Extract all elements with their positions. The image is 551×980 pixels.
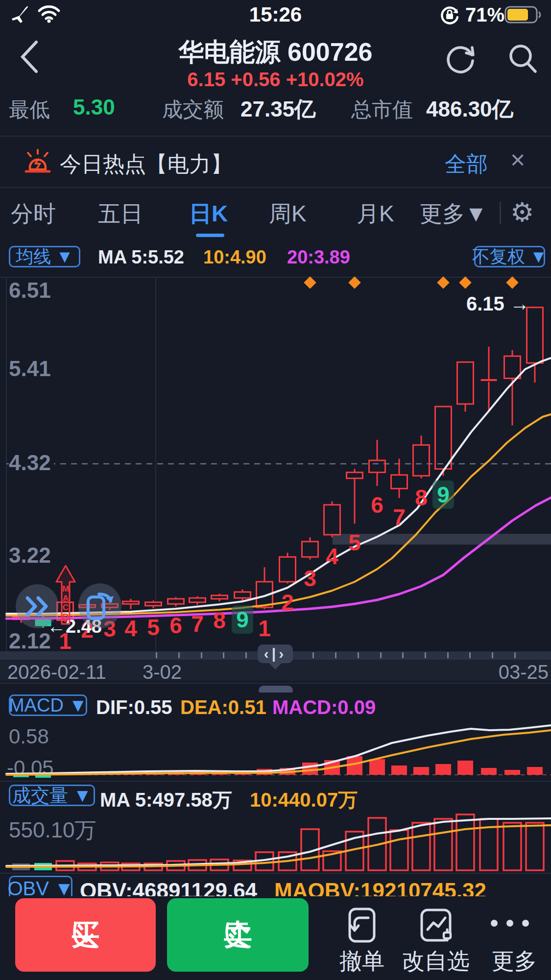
timeline-tick — [447, 652, 449, 658]
timeline-tick — [402, 652, 404, 658]
ma10-legend: 10:4.90 — [203, 247, 266, 268]
edit-watchlist-label[interactable]: 改自选 — [399, 946, 473, 977]
candle-body-up — [212, 596, 228, 599]
timeline-tick — [312, 652, 314, 658]
day-count: 6 — [165, 612, 187, 639]
rotate-screen-button[interactable] — [78, 583, 121, 628]
macd-bar — [435, 764, 451, 775]
candle-body-up — [435, 406, 452, 469]
timeline-tick — [201, 652, 202, 658]
y-axis-label: 5.41 — [9, 357, 54, 381]
macd-signal-flag[interactable]: MACD — [55, 564, 76, 626]
macd-bar — [457, 761, 473, 775]
low-label: 最低 — [9, 96, 50, 123]
macd-bar — [369, 759, 385, 775]
hot-topic-close-icon[interactable]: × — [510, 147, 525, 172]
day-count: 5 — [143, 614, 164, 641]
candle-body-up — [347, 472, 363, 478]
buy-arrow-icon — [71, 920, 101, 950]
tab-more[interactable]: 更多▼ — [420, 199, 487, 229]
double-chevron-icon — [24, 595, 50, 618]
y-axis-label: 6.51 — [9, 278, 54, 303]
expand-toolbar-button[interactable] — [16, 584, 59, 628]
edit-watchlist-icon[interactable] — [417, 906, 455, 944]
candle-body-up — [504, 356, 521, 378]
battery-percent: 71% — [465, 4, 504, 26]
buy-button[interactable]: 买 — [15, 898, 156, 972]
more-actions-label[interactable]: 更多 — [487, 946, 541, 977]
date-mid: 3-02 — [140, 661, 184, 683]
volume-bar-up — [434, 819, 452, 870]
hot-topic-all-link[interactable]: 全部 — [445, 150, 488, 179]
day-count-highlight: 9 — [432, 480, 454, 509]
tab-daily-k[interactable]: 日K — [189, 199, 228, 229]
candle-body-up — [235, 592, 251, 598]
day-count: 8 — [410, 484, 432, 511]
limit-up-diamond — [459, 276, 471, 288]
candle-body-up — [190, 598, 206, 602]
day-count-highlight: 9 — [232, 605, 253, 634]
sell-arrow-icon — [223, 920, 253, 950]
chart-settings-gear-icon[interactable]: ⚙ — [510, 197, 534, 228]
tab-minute[interactable]: 分时 — [11, 199, 56, 229]
timeline-tick — [469, 652, 471, 658]
macd-bar — [481, 768, 497, 775]
volume-bar-up — [456, 814, 474, 870]
candle-body-up — [369, 460, 385, 472]
timeline-tick — [492, 652, 493, 658]
limit-up-diamond — [348, 276, 360, 288]
date-end: 03-25 — [490, 661, 549, 683]
timeline-tick — [178, 652, 180, 658]
y-axis-label: 4.32 — [9, 451, 54, 475]
day-count: 6 — [366, 492, 388, 518]
timeline-tick — [358, 652, 359, 658]
day-count: 7 — [187, 611, 208, 637]
sell-button[interactable]: 卖 — [167, 898, 309, 972]
svg-text:MACD: MACD — [62, 584, 69, 621]
volume-bar-up — [526, 823, 544, 870]
siren-icon — [22, 146, 53, 177]
macd-bar — [413, 767, 429, 775]
candle-body-up — [123, 601, 139, 604]
volume-bar-up — [390, 830, 408, 870]
adjust-mode-button[interactable]: 不复权 ▼ — [474, 246, 545, 267]
mktcap-value: 486.30亿 — [426, 95, 514, 124]
candle-body-up — [168, 599, 184, 604]
limit-up-diamond — [304, 276, 316, 288]
day-count: 7 — [388, 504, 410, 530]
turnover-label: 成交额 — [162, 96, 224, 123]
macd-bar — [504, 770, 520, 775]
candle-body-up — [302, 542, 318, 557]
limit-up-diamond — [437, 276, 449, 288]
timeline-tick — [245, 652, 247, 658]
tab-monthly-k[interactable]: 月K — [357, 199, 394, 229]
timeline-scrubber-handle[interactable]: ‹|› — [258, 645, 293, 663]
day-count: 2 — [277, 589, 298, 616]
rotate-phone-icon — [84, 590, 116, 621]
macd-chart[interactable] — [0, 683, 551, 780]
date-start: 2026-02-11 — [7, 661, 106, 683]
candle-body-up — [457, 362, 474, 404]
volume-bar-up — [412, 823, 430, 870]
stock-detail-screen: 15:26 71% 华电能源 600726 6.15 +0.56 +10.02%… — [0, 0, 551, 980]
last-price-marker: 6.15 → — [466, 293, 529, 315]
volume-chart[interactable] — [0, 782, 551, 873]
price-change-line: 6.15 +0.56 +10.02% — [0, 69, 551, 91]
ma-line — [6, 414, 551, 616]
hot-topic-label[interactable]: 今日热点【电力】 — [60, 150, 232, 179]
cancel-order-icon[interactable] — [343, 906, 381, 944]
rotation-lock-icon — [439, 5, 460, 25]
tab-five-day[interactable]: 五日 — [98, 199, 143, 229]
ma5-legend: MA 5:5.52 — [98, 247, 184, 268]
candle-body-up — [324, 505, 340, 535]
cancel-order-label[interactable]: 撤单 — [325, 946, 399, 977]
day-count: 8 — [209, 607, 230, 634]
volume-bar-up — [503, 823, 521, 870]
tab-weekly-k[interactable]: 周K — [269, 199, 307, 229]
day-count: 1 — [254, 615, 275, 642]
candle-body-up — [391, 475, 407, 489]
ma-selector-button[interactable]: 均线 ▼ — [9, 246, 80, 267]
mktcap-label: 总市值 — [351, 96, 413, 123]
day-count: 4 — [120, 615, 142, 642]
more-actions-icon[interactable] — [488, 917, 532, 930]
